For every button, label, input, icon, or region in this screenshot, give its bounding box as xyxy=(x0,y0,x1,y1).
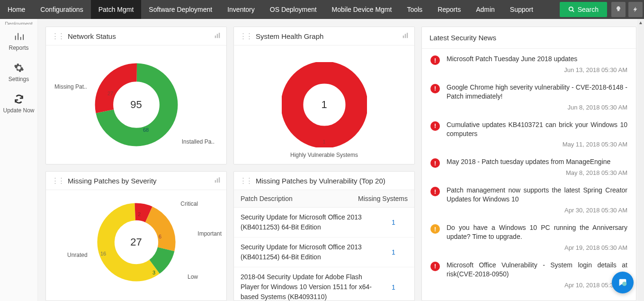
row-count[interactable]: 1 xyxy=(379,219,408,226)
svg-rect-7 xyxy=(403,36,404,38)
nav-tools[interactable]: Tools xyxy=(399,0,430,19)
nav-admin[interactable]: Admin xyxy=(468,0,502,19)
chart-icon[interactable] xyxy=(402,32,409,40)
table-header: Patch Description Missing Systems xyxy=(234,190,414,208)
table-row: 2018-04 Security Update for Adobe Flash … xyxy=(234,267,414,301)
grip-icon[interactable]: ⋮⋮ xyxy=(240,176,252,185)
row-count[interactable]: 1 xyxy=(379,248,408,256)
warn-icon: ! xyxy=(430,224,440,234)
news-headline: Cumulative updates KB4103721 can brick y… xyxy=(447,120,627,138)
alert-icon: ! xyxy=(430,55,440,65)
card-title: Network Status xyxy=(68,32,116,40)
news-list[interactable]: !Microsoft Patch Tuesday June 2018 updat… xyxy=(422,49,636,295)
search-icon xyxy=(568,6,575,13)
grip-icon[interactable]: ⋮⋮ xyxy=(52,176,64,185)
col-missing-systems: Missing Systems xyxy=(351,195,408,202)
nav-home[interactable]: Home xyxy=(0,0,33,19)
sidebar-truncated: Deployment xyxy=(0,21,37,25)
nav-inventory[interactable]: Inventory xyxy=(220,0,262,19)
chat-button[interactable] xyxy=(612,272,634,293)
table-row: Security Update for Microsoft Office 201… xyxy=(234,237,414,267)
val-important: 6 xyxy=(159,234,161,239)
news-item[interactable]: !Do you have a Windows 10 PC running the… xyxy=(422,218,636,255)
donut-center-value: 27 xyxy=(130,236,142,248)
top-nav: Home Configurations Patch Mgmt Software … xyxy=(0,0,644,19)
news-item[interactable]: !You may be at risk while using the web … xyxy=(422,292,636,295)
news-item[interactable]: !Cumulative updates KB4103721 can brick … xyxy=(422,115,636,152)
news-item[interactable]: !Microsoft Office Vulnerability - System… xyxy=(422,255,636,292)
chart-icon[interactable] xyxy=(214,177,221,185)
news-date: May 8, 2018 05:30 AM xyxy=(447,169,627,176)
val-unrated: 16 xyxy=(100,251,106,256)
news-item[interactable]: !Google Chrome high severity vulnerabili… xyxy=(422,77,636,115)
value-hv: 1 xyxy=(323,139,326,145)
val-low: 3 xyxy=(152,270,155,275)
grip-icon[interactable]: ⋮⋮ xyxy=(52,32,64,40)
rocket-button[interactable] xyxy=(611,2,626,17)
news-date: May 11, 2018 05:30 AM xyxy=(447,141,627,148)
health-donut[interactable]: 1 Highly Vulnerable Systems 1 xyxy=(234,46,414,164)
svg-rect-11 xyxy=(215,180,216,182)
refresh-icon xyxy=(14,94,24,104)
svg-rect-9 xyxy=(407,33,408,38)
sidebar-item-update[interactable]: Update Now xyxy=(0,87,37,119)
grip-icon[interactable]: ⋮⋮ xyxy=(240,32,252,40)
svg-rect-13 xyxy=(219,177,220,182)
card-network-status: ⋮⋮ Network Status 95 Missing Pat.. xyxy=(45,27,227,164)
alert-icon: ! xyxy=(430,187,440,196)
value-missing: 27 xyxy=(107,91,113,96)
news-item[interactable]: !Patch management now supports the lates… xyxy=(422,180,636,218)
news-date: Apr 30, 2018 05:30 AM xyxy=(447,207,627,214)
nav-configurations[interactable]: Configurations xyxy=(33,0,90,19)
svg-rect-12 xyxy=(217,178,218,182)
table-body[interactable]: Security Update for Microsoft Office 201… xyxy=(234,208,414,301)
svg-point-0 xyxy=(569,7,572,11)
value-installed: 68 xyxy=(143,127,149,133)
donut-center-value: 95 xyxy=(130,99,142,111)
card-title: Missing Patches by Vulnerability (Top 20… xyxy=(256,177,385,185)
chat-icon xyxy=(617,277,628,288)
sidebar-item-label: Settings xyxy=(9,76,29,82)
news-headline: Do you have a Windows 10 PC running the … xyxy=(447,223,627,241)
news-item[interactable]: !May 2018 - Patch tuesday updates from M… xyxy=(422,152,636,180)
network-donut[interactable]: 95 Missing Pat.. Installed Pa.. 27 68 xyxy=(46,46,226,164)
alert-icon: ! xyxy=(430,84,440,93)
sidebar-item-label: Update Now xyxy=(3,107,34,114)
search-button[interactable]: Search xyxy=(560,2,607,17)
sidebar-item-label: Reports xyxy=(9,45,28,51)
card-security-news: Latest Security News !Microsoft Patch Tu… xyxy=(421,27,636,301)
sidebar-item-reports[interactable]: Reports xyxy=(0,25,37,56)
nav-reports[interactable]: Reports xyxy=(430,0,468,19)
card-title: System Health Graph xyxy=(256,32,323,40)
news-date: Apr 10, 2018 05:30 AM xyxy=(447,282,627,289)
svg-rect-8 xyxy=(405,34,406,38)
main-content: ⋮⋮ Network Status 95 Missing Pat.. xyxy=(38,19,644,301)
chart-icon[interactable] xyxy=(214,32,221,40)
news-date: Jun 8, 2018 05:30 AM xyxy=(447,104,627,111)
card-title: Missing Patches by Severity xyxy=(68,177,157,185)
sidebar-item-settings[interactable]: Settings xyxy=(0,56,37,87)
nav-os-deployment[interactable]: OS Deployment xyxy=(262,0,324,19)
nav-mdm[interactable]: Mobile Device Mgmt xyxy=(324,0,400,19)
search-label: Search xyxy=(578,6,599,13)
nav-patch-mgmt[interactable]: Patch Mgmt xyxy=(91,0,142,19)
val-critical: 2 xyxy=(138,211,141,217)
nav-software-deployment[interactable]: Software Deployment xyxy=(141,0,220,19)
nav-support[interactable]: Support xyxy=(502,0,541,19)
table-row: Security Update for Microsoft Office 201… xyxy=(234,208,414,237)
row-desc: 2018-04 Security Update for Adobe Flash … xyxy=(241,272,379,301)
row-count[interactable]: 1 xyxy=(379,283,408,291)
severity-donut[interactable]: 27 Critical Important Low Unrated 2 6 3 … xyxy=(46,190,226,294)
news-headline: Microsoft Patch Tuesday June 2018 update… xyxy=(447,55,627,64)
svg-rect-3 xyxy=(217,34,218,38)
label-unrated: Unrated xyxy=(67,252,88,258)
news-item[interactable]: !Microsoft Patch Tuesday June 2018 updat… xyxy=(422,49,636,77)
scroll-up-icon[interactable]: ▲ xyxy=(637,19,644,26)
label-critical: Critical xyxy=(180,201,198,207)
svg-rect-2 xyxy=(215,36,216,38)
flash-button[interactable] xyxy=(628,2,643,17)
rocket-icon xyxy=(615,6,622,13)
page-scrollbar[interactable]: ▲ xyxy=(637,19,644,301)
row-desc: Security Update for Microsoft Office 201… xyxy=(241,242,379,262)
label-highly-vulnerable: Highly Vulnerable Systems xyxy=(290,152,358,158)
